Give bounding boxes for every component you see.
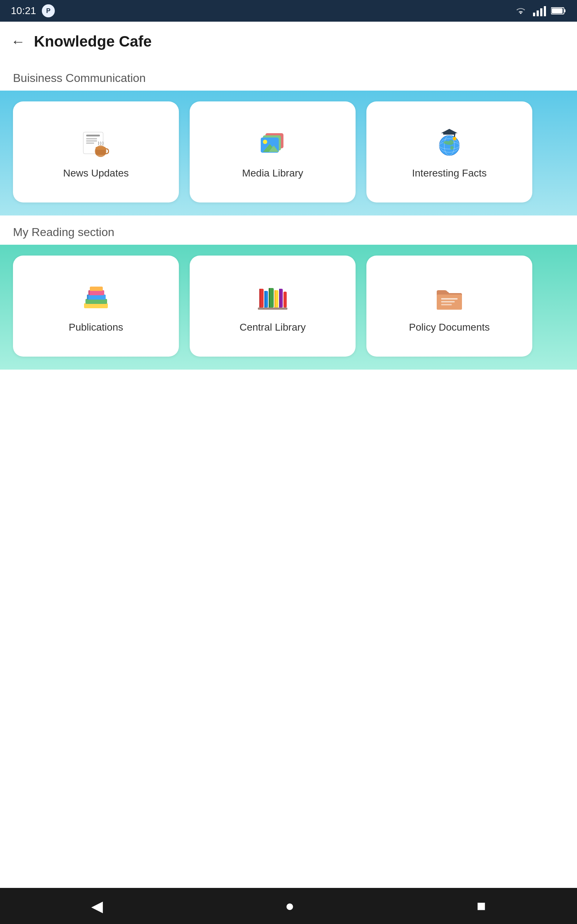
svg-rect-11 xyxy=(86,141,97,142)
status-time: 10:21 xyxy=(11,5,36,16)
svg-rect-52 xyxy=(441,301,455,302)
svg-rect-45 xyxy=(274,290,276,307)
media-library-icon xyxy=(255,125,291,161)
svg-rect-9 xyxy=(86,135,100,136)
app-bar: ← Knowledge Cafe xyxy=(0,22,577,61)
svg-rect-39 xyxy=(259,289,260,307)
svg-rect-51 xyxy=(441,298,458,300)
nav-back-button[interactable]: ◀ xyxy=(91,897,103,915)
publications-card[interactable]: Publications xyxy=(13,255,179,357)
interesting-facts-icon xyxy=(431,125,467,161)
nav-recent-button[interactable]: ■ xyxy=(477,897,486,914)
business-card-grid: News Updates xyxy=(13,102,564,202)
interesting-facts-card[interactable]: Interesting Facts xyxy=(366,102,532,202)
svg-rect-2 xyxy=(540,8,542,16)
svg-rect-49 xyxy=(258,307,287,310)
svg-point-23 xyxy=(439,135,459,155)
wifi-icon xyxy=(514,5,528,16)
news-updates-icon xyxy=(78,125,114,161)
svg-rect-0 xyxy=(533,13,535,16)
app-title: Knowledge Cafe xyxy=(34,33,152,50)
svg-rect-32 xyxy=(85,299,107,304)
bottom-navigation: ◀ ● ■ xyxy=(0,888,577,924)
media-library-card[interactable]: Media Library xyxy=(190,102,356,202)
svg-rect-34 xyxy=(89,290,104,295)
status-bar-right xyxy=(514,5,566,16)
svg-rect-53 xyxy=(441,304,452,305)
svg-rect-5 xyxy=(564,10,566,12)
svg-rect-10 xyxy=(86,138,97,139)
status-bar-left: 10:21 P xyxy=(11,4,55,17)
svg-rect-41 xyxy=(264,291,266,307)
svg-point-30 xyxy=(453,137,456,141)
policy-documents-label: Policy Documents xyxy=(409,321,490,333)
svg-rect-3 xyxy=(544,6,546,16)
svg-rect-35 xyxy=(90,287,103,291)
svg-rect-12 xyxy=(86,142,94,144)
central-library-label: Central Library xyxy=(239,321,306,333)
nav-home-button[interactable]: ● xyxy=(285,897,294,914)
news-updates-label: News Updates xyxy=(63,168,129,179)
svg-point-20 xyxy=(263,140,267,144)
reading-section-label: My Reading section xyxy=(0,215,577,245)
svg-marker-28 xyxy=(441,129,458,133)
svg-rect-15 xyxy=(95,147,106,150)
svg-rect-33 xyxy=(87,294,106,300)
policy-documents-icon xyxy=(431,279,467,315)
back-button[interactable]: ← xyxy=(11,34,25,49)
svg-rect-43 xyxy=(269,288,270,307)
svg-rect-36 xyxy=(87,294,89,300)
reading-section: Publications xyxy=(0,245,577,370)
pocket-icon: P xyxy=(42,4,55,17)
signal-icon xyxy=(533,5,546,16)
publications-icon xyxy=(78,279,114,315)
business-section: News Updates xyxy=(0,90,577,215)
policy-documents-card[interactable]: Policy Documents xyxy=(366,255,532,357)
interesting-facts-label: Interesting Facts xyxy=(412,168,487,179)
news-updates-card[interactable]: News Updates xyxy=(13,102,179,202)
central-library-card[interactable]: Central Library xyxy=(190,255,356,357)
svg-rect-6 xyxy=(552,8,562,13)
svg-rect-31 xyxy=(84,303,108,308)
battery-icon xyxy=(551,6,566,15)
media-library-label: Media Library xyxy=(242,168,303,179)
svg-rect-37 xyxy=(89,290,90,295)
publications-label: Publications xyxy=(69,321,123,333)
status-bar: 10:21 P xyxy=(0,0,577,22)
svg-rect-1 xyxy=(537,10,539,16)
svg-rect-47 xyxy=(279,289,280,307)
svg-rect-48 xyxy=(284,292,287,307)
reading-card-grid: Publications xyxy=(13,255,564,357)
central-library-icon xyxy=(255,279,291,315)
business-section-label: Buisiness Communication xyxy=(0,61,577,90)
